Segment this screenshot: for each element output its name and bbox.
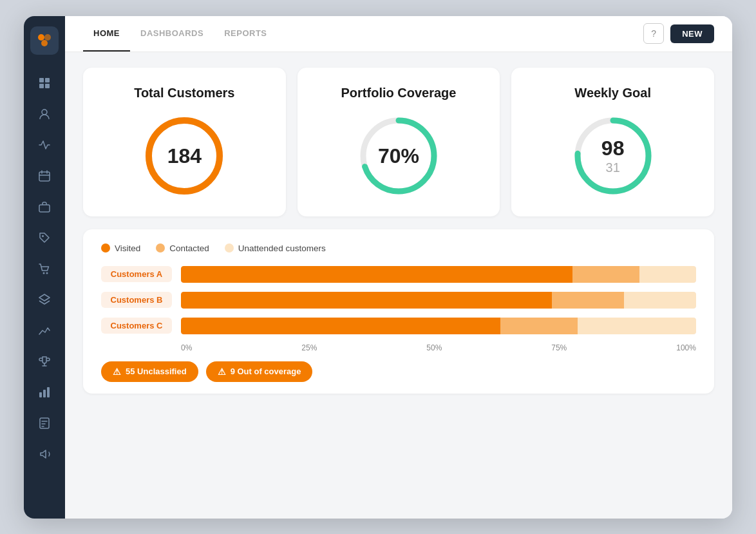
top-nav: HOME DASHBOARDS REPORTS ? NEW — [65, 16, 732, 52]
svg-point-2 — [41, 40, 48, 46]
svg-rect-6 — [45, 84, 50, 88]
kpi-total-value: 184 — [167, 144, 202, 167]
unclassified-button[interactable]: ⚠ 55 Unclassified — [101, 361, 198, 382]
svg-rect-16 — [40, 418, 49, 428]
person-icon[interactable] — [32, 101, 57, 127]
legend-visited: Visited — [101, 243, 140, 253]
help-button[interactable]: ? — [643, 23, 664, 44]
donut-portfolio: 70% — [354, 111, 444, 201]
kpi-total-title: Total Customers — [134, 86, 234, 100]
tab-dashboards[interactable]: DASHBOARDS — [130, 16, 214, 52]
x-axis: 0% 25% 50% 75% 100% — [181, 343, 696, 352]
sidebar — [24, 16, 65, 519]
bar-chart: Customers A Customers B — [101, 266, 696, 334]
main-content: HOME DASHBOARDS REPORTS ? NEW Total Cust… — [65, 16, 732, 519]
chart-legend: Visited Contacted Unattended customers — [101, 243, 696, 253]
chart-card: Visited Contacted Unattended customers — [83, 229, 714, 394]
kpi-portfolio-value: 70% — [378, 144, 419, 167]
kpi-goal-sub: 31 — [601, 160, 625, 175]
x-axis-50: 50% — [426, 343, 442, 352]
activity-icon[interactable] — [32, 132, 57, 158]
trophy-icon[interactable] — [32, 348, 57, 374]
out-of-coverage-button[interactable]: ⚠ 9 Out of coverage — [206, 361, 313, 382]
bar-row-c: Customers C — [101, 318, 696, 334]
app-container: HOME DASHBOARDS REPORTS ? NEW Total Cust… — [24, 16, 732, 519]
unclassified-label: 55 Unclassified — [126, 367, 187, 376]
bar-unattended-b — [624, 292, 696, 309]
kpi-total-customers: Total Customers 184 — [83, 68, 286, 216]
x-axis-0: 0% — [181, 343, 192, 352]
app-logo[interactable] — [30, 26, 59, 55]
report-icon[interactable] — [32, 410, 57, 436]
warn-icon-coverage: ⚠ — [218, 367, 226, 377]
legend-unattended-label: Unattended customers — [238, 243, 326, 253]
legend-contacted-label: Contacted — [169, 243, 209, 253]
legend-visited-dot — [101, 243, 110, 253]
bar-visited-c — [181, 318, 500, 334]
svg-point-1 — [44, 34, 51, 41]
bar-contacted-a — [572, 266, 639, 283]
legend-unattended-dot — [225, 243, 234, 253]
grid-icon[interactable] — [32, 70, 57, 96]
svg-rect-9 — [39, 205, 50, 212]
bar-contacted-b — [552, 292, 624, 309]
legend-contacted-dot — [156, 243, 165, 253]
svg-rect-3 — [39, 78, 44, 82]
bar-contacted-c — [500, 318, 578, 334]
kpi-portfolio-title: Portfolio Coverage — [341, 86, 457, 100]
bar-track-c — [181, 318, 696, 334]
bar-unattended-c — [578, 318, 696, 334]
kpi-portfolio: Portfolio Coverage 70% — [298, 68, 500, 216]
bar-visited-a — [181, 266, 572, 283]
legend-contacted: Contacted — [156, 243, 209, 253]
bar-label-a: Customers A — [101, 266, 172, 282]
svg-rect-13 — [39, 392, 42, 397]
bar-visited-b — [181, 292, 552, 309]
donut-goal: 98 31 — [568, 111, 658, 201]
tab-reports[interactable]: REPORTS — [214, 16, 277, 52]
briefcase-icon[interactable] — [32, 194, 57, 220]
bar-label-c: Customers C — [101, 318, 172, 334]
svg-point-12 — [46, 272, 48, 274]
warn-icon-unclassified: ⚠ — [113, 367, 121, 377]
legend-unattended: Unattended customers — [225, 243, 326, 253]
svg-point-10 — [42, 235, 44, 237]
alert-row: ⚠ 55 Unclassified ⚠ 9 Out of coverage — [101, 361, 696, 382]
calendar-icon[interactable] — [32, 163, 57, 189]
kpi-goal-title: Weekly Goal — [574, 86, 651, 100]
legend-visited-label: Visited — [115, 243, 140, 253]
out-of-coverage-label: 9 Out of coverage — [231, 367, 301, 376]
svg-rect-14 — [43, 390, 46, 397]
cart-icon[interactable] — [32, 256, 57, 281]
svg-rect-8 — [39, 172, 50, 181]
tab-home[interactable]: HOME — [83, 16, 130, 52]
donut-total: 184 — [139, 111, 229, 201]
layers-icon[interactable] — [32, 287, 57, 312]
bar-row-b: Customers B — [101, 292, 696, 309]
svg-rect-15 — [47, 387, 50, 397]
x-axis-100: 100% — [676, 343, 696, 352]
kpi-weekly-goal: Weekly Goal 98 31 — [511, 68, 714, 216]
bar-unattended-a — [639, 266, 696, 283]
x-axis-25: 25% — [301, 343, 317, 352]
svg-point-11 — [43, 272, 45, 274]
svg-point-0 — [38, 34, 44, 41]
bar-label-b: Customers B — [101, 292, 172, 308]
content-area: Total Customers 184 Portfolio Coverage — [65, 52, 732, 519]
tag-icon[interactable] — [32, 225, 57, 251]
megaphone-icon[interactable] — [32, 441, 57, 467]
x-axis-75: 75% — [551, 343, 567, 352]
bar-track-a — [181, 266, 696, 283]
svg-point-7 — [42, 110, 47, 115]
new-button[interactable]: NEW — [670, 24, 714, 43]
svg-rect-4 — [45, 78, 50, 82]
svg-rect-5 — [39, 84, 44, 88]
bar-chart-icon[interactable] — [32, 379, 57, 405]
bar-row-a: Customers A — [101, 266, 696, 283]
bar-track-b — [181, 292, 696, 309]
kpi-row: Total Customers 184 Portfolio Coverage — [83, 68, 714, 216]
kpi-goal-main: 98 — [601, 137, 625, 160]
chart-area-icon[interactable] — [32, 318, 57, 343]
